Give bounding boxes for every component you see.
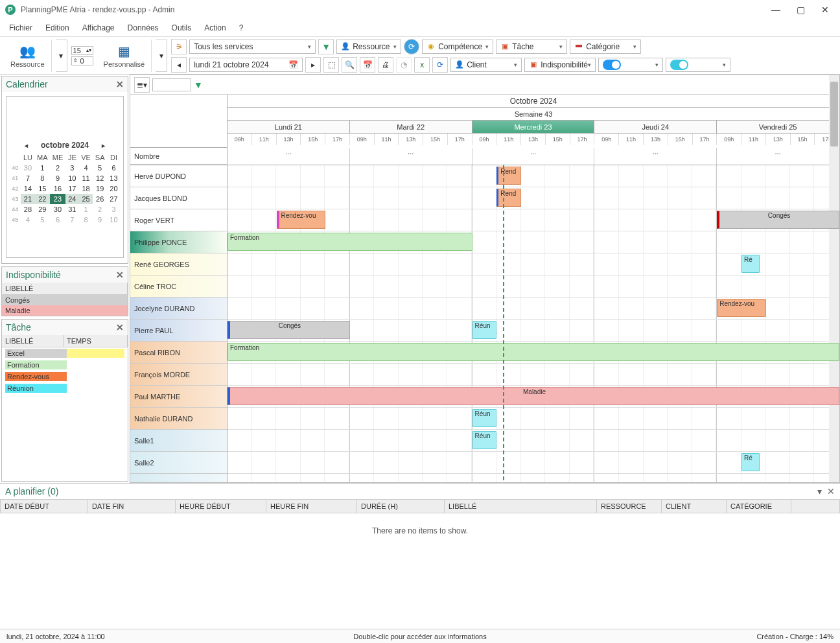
- event-re[interactable]: Ré: [741, 255, 760, 273]
- day-header[interactable]: Mardi 22: [350, 121, 472, 133]
- cal-day[interactable]: 6: [50, 215, 65, 225]
- schedule-row[interactable]: Formation: [228, 342, 839, 364]
- schedule-row[interactable]: Ré: [228, 253, 839, 275]
- schedule-row[interactable]: Rend: [228, 187, 839, 209]
- calendar-panel-close[interactable]: ✕: [116, 79, 124, 89]
- vertical-scrollbar[interactable]: [829, 75, 839, 482]
- hierarchy-icon[interactable]: ⚞: [171, 39, 187, 54]
- cal-day[interactable]: 15: [35, 183, 51, 194]
- cal-day[interactable]: 8: [35, 173, 51, 183]
- resource-dropdown[interactable]: 👤 Ressource▾: [336, 40, 401, 54]
- cal-day[interactable]: 4: [79, 163, 93, 173]
- planner-col-head[interactable]: DATE FIN: [88, 500, 176, 513]
- schedule-filter-input[interactable]: [152, 78, 191, 91]
- resource-row[interactable]: Hervé DUPOND: [130, 165, 227, 187]
- select-tool-icon[interactable]: ⬚: [323, 57, 339, 73]
- event-conges[interactable]: Congés: [717, 211, 839, 229]
- day-header[interactable]: Mercredi 23: [472, 121, 595, 133]
- resource-row[interactable]: Paul MARTHE: [130, 386, 227, 408]
- day-header[interactable]: Jeudi 24: [594, 121, 717, 133]
- menu-edition[interactable]: Edition: [45, 23, 69, 32]
- minimize-button[interactable]: ―: [771, 5, 780, 14]
- event-maladie[interactable]: Maladie: [228, 387, 839, 405]
- cal-day[interactable]: 20: [107, 183, 121, 194]
- planner-col-head[interactable]: DURÉE (H): [357, 500, 445, 513]
- menu-action[interactable]: Action: [204, 23, 226, 32]
- event-rend[interactable]: Rend: [496, 167, 521, 185]
- event-formation[interactable]: Formation: [228, 343, 839, 361]
- cal-day[interactable]: 30: [21, 163, 34, 173]
- pie-chart-icon[interactable]: ◔: [396, 57, 412, 73]
- cal-day[interactable]: 29: [35, 204, 51, 215]
- cal-day[interactable]: 30: [50, 204, 65, 215]
- schedule-row[interactable]: Rendez-vou: [228, 298, 839, 320]
- event-rendezvous[interactable]: Rendez-vou: [277, 211, 326, 229]
- resource-row[interactable]: François MORDE: [130, 364, 227, 386]
- cal-day[interactable]: 8: [79, 215, 93, 225]
- cal-prev-month[interactable]: ◂: [25, 142, 28, 149]
- globe-icon[interactable]: ⟳: [404, 39, 419, 54]
- cal-day[interactable]: 3: [107, 204, 121, 215]
- event-reunion[interactable]: Réun: [472, 431, 497, 449]
- cal-day[interactable]: 5: [35, 215, 51, 225]
- cal-day[interactable]: 9: [93, 215, 107, 225]
- categorie-dropdown[interactable]: Catégorie▾: [570, 40, 641, 54]
- spin-bottom[interactable]: ⇕0: [71, 56, 93, 65]
- indispo-item[interactable]: Maladie: [2, 305, 128, 316]
- resource-row[interactable]: Céline TROC: [130, 275, 227, 298]
- tache-item[interactable]: Excel: [2, 347, 128, 359]
- resource-row[interactable]: Pascal RIBON: [130, 342, 227, 364]
- indispo-item[interactable]: Congés: [2, 295, 128, 305]
- filter-icon[interactable]: ▼: [318, 39, 334, 54]
- menu-affichage[interactable]: Affichage: [82, 23, 115, 32]
- cal-day[interactable]: 10: [65, 173, 79, 183]
- schedule-row[interactable]: Ré: [228, 452, 839, 474]
- planner-col-head[interactable]: DATE DÉBUT: [1, 500, 88, 513]
- cal-day[interactable]: 5: [93, 163, 107, 173]
- toggle-2[interactable]: ▾: [666, 58, 730, 72]
- excel-icon[interactable]: x: [414, 57, 430, 73]
- cal-day[interactable]: 14: [21, 183, 34, 194]
- cal-day[interactable]: 25: [79, 194, 93, 204]
- schedule-row[interactable]: Formation: [228, 231, 839, 253]
- toggle-1[interactable]: ▾: [598, 58, 663, 72]
- cal-day[interactable]: 6: [107, 163, 121, 173]
- cal-day[interactable]: 26: [93, 194, 107, 204]
- menu-help[interactable]: ?: [239, 23, 244, 32]
- date-nav[interactable]: lundi 21 octobre 2024 📅: [189, 58, 303, 72]
- planner-col-head[interactable]: RESSOURCE: [597, 500, 662, 513]
- resource-row[interactable]: Philippe PONCE: [130, 231, 227, 253]
- cal-day[interactable]: 2: [93, 204, 107, 215]
- event-conges[interactable]: Congés: [228, 321, 350, 339]
- event-re[interactable]: Ré: [741, 453, 760, 471]
- schedule-row[interactable]: Réun: [228, 408, 839, 430]
- day-header[interactable]: Vendredi 25: [717, 121, 839, 133]
- cal-day[interactable]: 23: [50, 194, 65, 204]
- planner-col-head[interactable]: CATÉGORIE: [727, 500, 791, 513]
- cal-day[interactable]: 7: [21, 173, 34, 183]
- event-reunion[interactable]: Réun: [472, 321, 497, 339]
- refresh-icon[interactable]: ⟳: [432, 57, 448, 73]
- schedule-row[interactable]: CongésRéun: [228, 320, 839, 342]
- cal-day[interactable]: 1: [35, 163, 51, 173]
- mini-calendar[interactable]: LUMAMEJEVESADI 4030123456417891011121342…: [9, 152, 121, 225]
- schedule-row[interactable]: [228, 275, 839, 298]
- cal-day[interactable]: 4: [21, 215, 34, 225]
- planner-close-icon[interactable]: ✕: [827, 486, 835, 497]
- indispo-dropdown[interactable]: ▣ Indisponibilité▾: [524, 58, 596, 72]
- cal-day[interactable]: 12: [93, 173, 107, 183]
- cal-day[interactable]: 3: [65, 163, 79, 173]
- cal-day[interactable]: 10: [107, 215, 121, 225]
- cal-day[interactable]: 13: [107, 173, 121, 183]
- menu-donnees[interactable]: Données: [128, 23, 159, 32]
- indispo-panel-close[interactable]: ✕: [116, 270, 124, 280]
- custom-dropdown-button[interactable]: ▾: [156, 40, 167, 72]
- sort-icon[interactable]: ≣▾: [134, 77, 150, 93]
- cal-day[interactable]: 27: [107, 194, 121, 204]
- cal-day[interactable]: 31: [65, 204, 79, 215]
- resource-row[interactable]: Roger VERT: [130, 209, 227, 231]
- schedule-row[interactable]: Rend: [228, 165, 839, 187]
- cal-day[interactable]: 17: [65, 183, 79, 194]
- event-formation[interactable]: Formation: [228, 233, 472, 251]
- resource-row[interactable]: Pierre PAUL: [130, 320, 227, 342]
